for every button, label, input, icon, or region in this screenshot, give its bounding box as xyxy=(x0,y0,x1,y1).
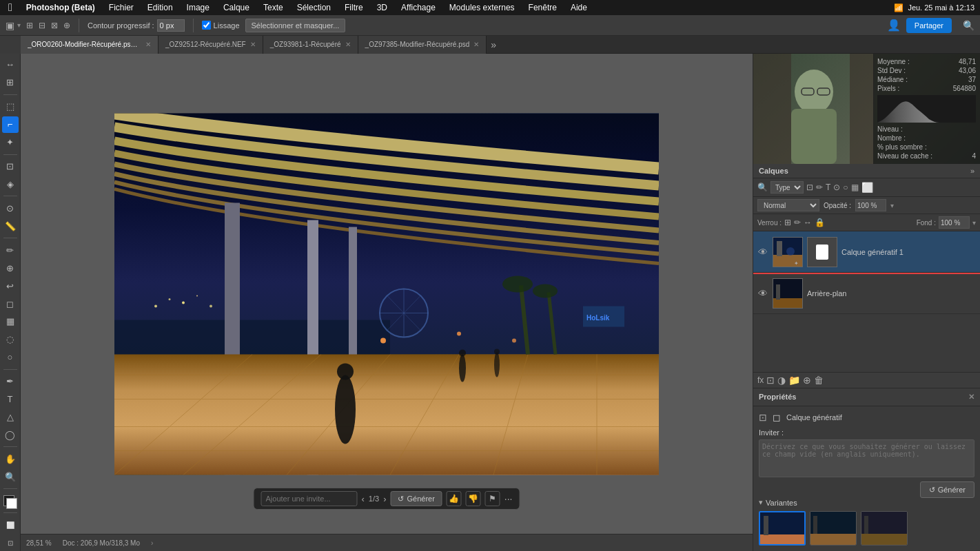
dodge-tool[interactable]: ○ xyxy=(2,349,19,366)
tab-4[interactable]: _OZ97385-Modifier-Récupéré.psd ✕ xyxy=(358,36,487,54)
menu-aide[interactable]: Aide xyxy=(568,3,590,12)
perspective-tool[interactable]: ◈ xyxy=(2,176,19,193)
shape-tool[interactable]: ◯ xyxy=(2,427,19,444)
tab-2-close[interactable]: ✕ xyxy=(250,41,256,48)
fill-input[interactable] xyxy=(939,216,970,229)
screen-mode-tool[interactable]: ⊡ xyxy=(2,534,19,551)
eyedropper-tool[interactable]: ⊙ xyxy=(2,200,19,216)
tool-btn-1[interactable]: ⊞ xyxy=(26,21,33,30)
opacity-chevron[interactable]: ▾ xyxy=(890,202,894,209)
variant-2[interactable] xyxy=(810,511,857,545)
filter-icon-4[interactable]: ⊙ xyxy=(833,183,840,192)
artboard-tool[interactable]: ⊞ xyxy=(2,74,19,91)
layers-delete-btn[interactable]: 🗑 xyxy=(814,375,824,386)
menu-fenetre[interactable]: Fenêtre xyxy=(526,3,560,12)
gen-prompt-input[interactable] xyxy=(261,491,357,506)
menu-fichier[interactable]: Fichier xyxy=(106,3,136,12)
tab-3[interactable]: _OZ93981-1-Récupéré ✕ xyxy=(263,36,358,54)
hand-tool[interactable]: ✋ xyxy=(2,450,19,467)
filter-toggle[interactable]: ⬜ xyxy=(861,182,873,193)
gen-prev-button[interactable]: ‹ xyxy=(361,494,364,504)
share-button[interactable]: Partager xyxy=(906,18,952,33)
history-brush[interactable]: ↩ xyxy=(2,278,19,294)
tab-4-close[interactable]: ✕ xyxy=(473,41,479,48)
blur-tool[interactable]: ◌ xyxy=(2,331,19,348)
menu-edition[interactable]: Edition xyxy=(145,3,176,12)
opacity-input[interactable] xyxy=(855,199,886,211)
menu-selection[interactable]: Sélection xyxy=(294,3,334,12)
fill-chevron[interactable]: ▾ xyxy=(972,219,976,227)
marquee-tool[interactable]: ⬚ xyxy=(2,98,19,115)
background-color[interactable] xyxy=(6,498,17,509)
variant-3[interactable] xyxy=(861,511,908,545)
apple-menu[interactable]:  xyxy=(6,1,15,14)
more-options-button[interactable]: ··· xyxy=(504,493,513,504)
zoom-tool[interactable]: 🔍 xyxy=(2,468,19,485)
layer-item-bg[interactable]: 👁 Arrière-plan xyxy=(753,273,980,314)
filter-icon-3[interactable]: T xyxy=(826,183,830,192)
layers-adj-btn[interactable]: ◑ xyxy=(777,375,786,386)
tab-1-close[interactable]: ✕ xyxy=(145,41,151,48)
lock-icon-2[interactable]: ✏ xyxy=(794,218,801,227)
prop-invite-textarea[interactable] xyxy=(759,439,974,477)
menu-filtre[interactable]: Filtre xyxy=(342,3,366,12)
crop-tool[interactable]: ⊡ xyxy=(2,158,19,175)
lock-icon-3[interactable]: ↔ xyxy=(804,218,812,227)
menu-3d[interactable]: 3D xyxy=(374,3,390,12)
search-icon[interactable]: 🔍 xyxy=(963,20,974,31)
tab-2[interactable]: _OZ92512-Récupéré.NEF ✕ xyxy=(159,36,263,54)
gen-generate-button[interactable]: ↺ Générer xyxy=(390,491,442,506)
layers-add-btn[interactable]: ⊕ xyxy=(803,375,811,386)
tool-btn-4[interactable]: ⊕ xyxy=(63,21,70,30)
ruler-tool[interactable]: 📏 xyxy=(2,218,19,234)
variant-1[interactable] xyxy=(759,511,806,545)
gen-next-button[interactable]: › xyxy=(383,494,386,504)
layer-item-gen[interactable]: 👁 ✦ Calque génératif 1 xyxy=(753,231,980,273)
menu-app[interactable]: Photoshop (Beta) xyxy=(23,3,98,12)
layers-fx-btn[interactable]: fx xyxy=(757,375,764,385)
filter-icon-5[interactable]: ○ xyxy=(843,183,848,192)
filter-icon-6[interactable]: ▦ xyxy=(851,183,859,192)
quick-mask-tool[interactable]: ⬜ xyxy=(2,517,19,533)
menu-modules[interactable]: Modules externes xyxy=(447,3,518,12)
menu-calque[interactable]: Calque xyxy=(221,3,252,12)
menu-image[interactable]: Image xyxy=(184,3,212,12)
filter-type-select[interactable]: Type xyxy=(770,181,804,194)
tab-1[interactable]: _ORO0260-Modifier-Récupéré.psd @ 28,5% (… xyxy=(21,36,159,54)
pen-tool[interactable]: ✒ xyxy=(2,373,19,390)
color-swatch[interactable] xyxy=(3,495,17,509)
layer-gen-visibility[interactable]: 👁 xyxy=(757,247,768,258)
lissage-checkbox[interactable] xyxy=(202,21,211,30)
lock-icon-4[interactable]: 🔒 xyxy=(815,218,825,227)
filter-icon-1[interactable]: ⊡ xyxy=(806,183,813,192)
tab-3-close[interactable]: ✕ xyxy=(345,41,351,48)
prop-generate-button[interactable]: ↺ Générer xyxy=(920,481,974,498)
variants-chevron-icon[interactable]: ▾ xyxy=(759,498,763,507)
thumbup-button[interactable]: 👍 xyxy=(447,491,462,506)
lissage-check[interactable]: Lissage xyxy=(202,21,240,30)
gradient-tool[interactable]: ▦ xyxy=(2,313,19,330)
menu-texte[interactable]: Texte xyxy=(261,3,286,12)
layers-expand-icon[interactable]: » xyxy=(970,167,974,175)
move-tool[interactable]: ↔ xyxy=(2,56,19,73)
flag-button[interactable]: ⚑ xyxy=(485,491,500,506)
path-tool[interactable]: △ xyxy=(2,409,19,426)
clone-tool[interactable]: ⊕ xyxy=(2,260,19,276)
brush-tool[interactable]: ✏ xyxy=(2,242,19,258)
blend-mode-select[interactable]: Normal xyxy=(757,199,819,211)
magic-select-tool[interactable]: ✦ xyxy=(2,134,19,151)
menu-affichage[interactable]: Affichage xyxy=(398,3,438,12)
layer-bg-visibility[interactable]: 👁 xyxy=(757,288,768,299)
tool-btn-3[interactable]: ⊠ xyxy=(51,21,58,30)
eraser-tool[interactable]: ◻ xyxy=(2,295,19,312)
contour-value-input[interactable] xyxy=(157,19,185,32)
tabs-more-button[interactable]: » xyxy=(487,39,500,50)
layers-mask-btn[interactable]: ⊡ xyxy=(766,375,775,386)
thumbdown-button[interactable]: 👎 xyxy=(466,491,481,506)
lasso-tool[interactable]: ⌐ xyxy=(2,116,19,133)
tool-btn-2[interactable]: ⊟ xyxy=(39,21,45,30)
layers-folder-btn[interactable]: 📁 xyxy=(788,375,800,386)
select-mask-button[interactable]: Sélectionner et masquer... xyxy=(245,19,346,32)
status-arrow[interactable]: › xyxy=(151,539,153,547)
type-tool[interactable]: T xyxy=(2,391,19,408)
